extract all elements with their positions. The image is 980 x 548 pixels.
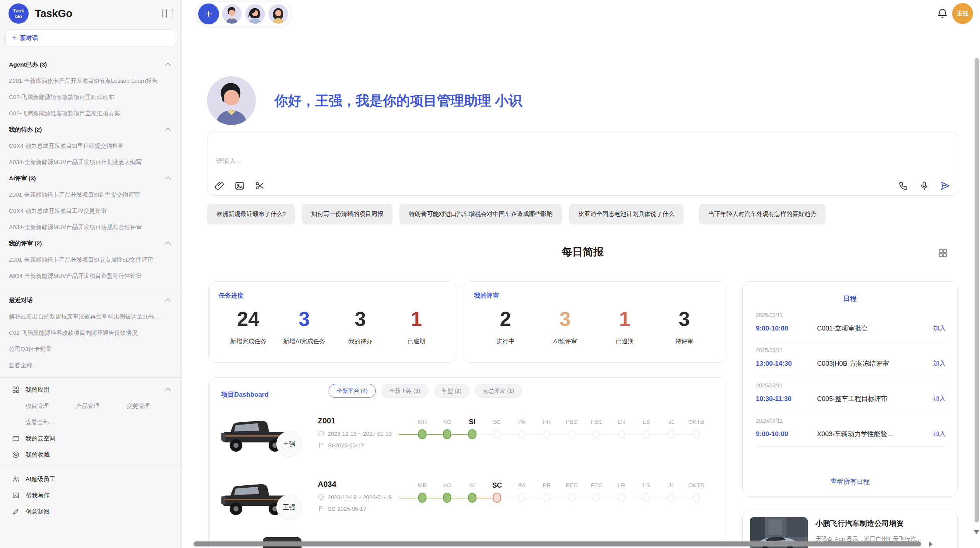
chevron-up-icon[interactable] <box>165 176 171 182</box>
milestone-label: LS <box>634 480 659 491</box>
milestone-label: PA <box>509 416 534 427</box>
milestone-dot <box>593 493 600 502</box>
news-title: 小鹏飞行汽车制造公司增资 <box>816 519 921 529</box>
section-title: 我的待办 (2) <box>9 126 42 134</box>
milestone-dot <box>443 493 451 503</box>
sidebar-item[interactable]: Z001-全新燃油轻卡产品开发项目SI节点属性5D文件评审 <box>0 252 182 268</box>
view-all-apps-link[interactable]: 查看全部... <box>0 419 54 425</box>
sidebar-item-help-write[interactable]: 帮我写作 <box>0 487 182 503</box>
milestone-label: LR <box>609 416 634 427</box>
apps-grid-icon <box>12 385 20 394</box>
chevron-up-icon[interactable] <box>165 298 171 304</box>
sidebar-item-creative-draw[interactable]: 创意制图 <box>0 503 182 520</box>
milestone-label: FEC <box>584 416 609 427</box>
image-icon[interactable] <box>235 181 245 191</box>
milestone-dot <box>693 493 700 502</box>
view-all-chats-link[interactable]: 查看全部... <box>0 357 182 373</box>
join-link[interactable]: 加入 <box>933 324 946 332</box>
app-link-project-mgmt[interactable]: 项目管理 <box>0 402 49 409</box>
sidebar-item-ai-staff[interactable]: AI超级员工 <box>0 471 182 487</box>
recent-chat-item[interactable]: C02-飞腾新能源轻客改款项目的闭环通告反馈情况 <box>0 325 182 341</box>
filter-chip[interactable]: 全新上装 (3) <box>381 384 428 398</box>
project-row[interactable]: 王强 Z001 2023-12-19 ~ 2027-01-19 SI-2025-… <box>209 413 726 475</box>
horizontal-scrollbar[interactable] <box>194 541 921 546</box>
milestone-label: OKTB <box>684 416 709 427</box>
sidebar-collapse-icon[interactable] <box>162 9 173 18</box>
schedule-card: 日程 2025/03/11 9:00-10:00 C001-立项审批会 加入 2… <box>742 281 958 497</box>
ai-staff-label: AI超级员工 <box>26 475 170 483</box>
sidebar-item[interactable]: A034-全新新能源MUV产品开发项目造型可行性评审 <box>0 268 182 284</box>
sidebar-item[interactable]: C0X4-动力总成开发项目SI里程碑提交物检查 <box>0 138 182 154</box>
project-row[interactable]: 王强 A034 2023-12-19 ~ 2026-01-19 SC-2025-… <box>209 477 726 539</box>
stat-label: 已逾期 <box>601 337 648 346</box>
my-apps-label: 我的应用 <box>26 386 161 394</box>
project-info: A034 2023-12-19 ~ 2026-01-19 SC-2025-05-… <box>318 480 407 512</box>
chevron-up-icon[interactable] <box>165 388 171 393</box>
milestone-label: OKTB <box>684 480 709 491</box>
new-chat-button[interactable]: + 新对话 <box>5 29 176 46</box>
paperclip-icon[interactable] <box>214 181 224 191</box>
filter-chip[interactable]: 动总开发 (1) <box>475 384 522 398</box>
section-my-todo[interactable]: 我的待办 (2) <box>0 122 182 138</box>
conversation-avatar[interactable] <box>245 3 266 24</box>
recent-chat-item[interactable]: 公司Q3轻卡销量 <box>0 341 182 357</box>
milestone: MR <box>410 480 435 503</box>
app-logo: Task Go <box>9 3 29 24</box>
view-all-schedule-link[interactable]: 查看所有日程 <box>743 477 957 486</box>
sidebar-item[interactable]: C0X4-动力总成开发项目工程变更评审 <box>0 203 182 219</box>
sidebar-item-favorites[interactable]: 我的收藏 <box>0 447 182 463</box>
logo-text-top: Task <box>13 8 24 14</box>
section-agent-done[interactable]: Agent已办 (3) <box>0 57 182 73</box>
section-recent-chats[interactable]: 最近对话 <box>0 292 182 308</box>
conversation-avatar[interactable] <box>221 3 242 24</box>
app-link-change-mgmt[interactable]: 变更管理 <box>101 402 150 409</box>
sidebar-item[interactable]: Z001-全新燃油皮卡产品开发项目SI节点Lesson Learn报告 <box>0 73 182 89</box>
scissors-icon[interactable] <box>255 181 265 191</box>
filter-chip[interactable]: 年型 (2) <box>434 384 470 398</box>
mic-icon[interactable] <box>919 181 929 191</box>
chevron-up-icon[interactable] <box>165 128 171 133</box>
sidebar-item-my-apps[interactable]: 我的应用 <box>0 382 182 398</box>
layout-grid-icon[interactable] <box>937 248 948 259</box>
chevron-up-icon[interactable] <box>165 63 171 68</box>
section-ai-review[interactable]: AI评审 (3) <box>0 170 182 187</box>
schedule-name: C005-整车工程目标评审 <box>817 394 929 403</box>
suggestion-chip[interactable]: 比亚迪全固态电池计划具体说了什么 <box>569 204 684 224</box>
sidebar-item[interactable]: C02-飞腾新能源轻客改款项目里程碑画布 <box>0 89 182 105</box>
milestone: LR <box>609 480 634 503</box>
join-link[interactable]: 加入 <box>933 395 946 403</box>
send-icon[interactable] <box>940 181 950 191</box>
join-link[interactable]: 加入 <box>933 360 946 368</box>
new-conversation-button[interactable]: + <box>198 3 219 24</box>
suggestion-chip[interactable]: 特朗普可能对进口汽车增税会对中国车企造成哪些影响 <box>399 204 562 224</box>
project-code: Z001 <box>318 416 407 425</box>
recent-chat-item[interactable]: 解释最新出台的欧盟报废车法规再生塑料比例被调至15%... <box>0 308 182 325</box>
owner-name: 王强 <box>283 503 295 512</box>
vertical-scrollbar[interactable] <box>975 58 979 522</box>
suggestion-chip[interactable]: 如何写一份清晰的项目周报 <box>302 204 392 224</box>
date-range: 2023-12-19 ~ 2026-01-19 <box>328 494 392 500</box>
conversation-avatar[interactable] <box>268 3 289 24</box>
schedule-item: 2025/03/11 13:00-14:30 C003|H0B-方案冻结评审 加… <box>756 341 946 376</box>
join-link[interactable]: 加入 <box>933 430 946 438</box>
suggestion-chip[interactable]: 欧洲新规最近颁布了什么? <box>207 204 295 224</box>
scroll-down-arrow[interactable] <box>974 530 979 534</box>
sidebar-item[interactable]: C02-飞腾新能源轻客改款项目立项汇报方案 <box>0 105 182 122</box>
scroll-right-arrow[interactable] <box>929 541 933 547</box>
app-link-product-mgmt[interactable]: 产品管理 <box>50 402 99 409</box>
message-input[interactable] <box>207 132 958 195</box>
stat-label: AI预评审 <box>542 337 588 346</box>
suggestion-chip[interactable]: 当下年轻人对汽车外观有怎样的喜好趋势 <box>699 204 826 224</box>
flag-icon <box>318 505 324 512</box>
bell-icon[interactable] <box>937 8 948 19</box>
section-my-review[interactable]: 我的评审 (2) <box>0 235 182 252</box>
stat-label: 我的待办 <box>337 337 384 346</box>
chevron-up-icon[interactable] <box>165 241 171 247</box>
filter-chip-active[interactable]: 全新平台 (4) <box>329 384 376 398</box>
sidebar-item[interactable]: Z001-全新燃油轻卡产品开发项目SI造型提交物评审 <box>0 187 182 203</box>
user-avatar[interactable]: 王强 <box>952 3 973 24</box>
sidebar-item-cloud-space[interactable]: 我的云空间 <box>0 430 182 447</box>
sidebar-item[interactable]: A034-全新新能源MUV产品开发项目计划变更表编写 <box>0 154 182 170</box>
sidebar-item[interactable]: A034-全新新能源MUV产品开发项目法规符合性评审 <box>0 219 182 235</box>
phone-icon[interactable] <box>898 181 908 191</box>
